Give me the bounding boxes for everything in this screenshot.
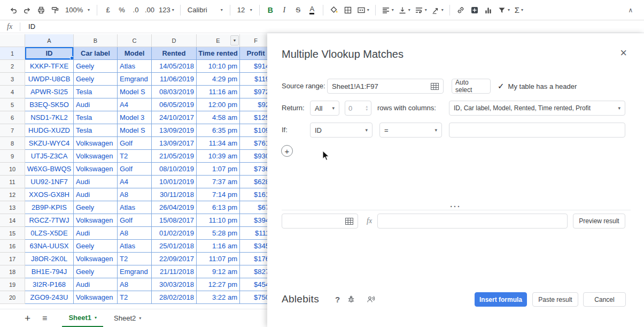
cancel-button[interactable]: Cancel xyxy=(583,292,626,307)
decrease-decimal-button[interactable]: .0 xyxy=(129,3,143,17)
cell-C8[interactable]: Golf xyxy=(118,137,152,150)
borders-button[interactable] xyxy=(341,3,355,17)
cell-C19[interactable]: A8 xyxy=(118,278,152,291)
cell-E17[interactable]: 11:07 pm xyxy=(197,253,240,265)
cell-A15[interactable]: 0LZS-X5DE xyxy=(25,227,74,240)
cell-E11[interactable]: 7:37 am xyxy=(197,176,240,188)
cell-F17[interactable]: $176 xyxy=(240,253,270,265)
cell-E18[interactable]: 9:12 am xyxy=(197,265,240,278)
text-wrap-button[interactable]: ▾ xyxy=(413,3,429,17)
cell-D17[interactable]: 22/09/2017 xyxy=(152,253,197,265)
cell-B12[interactable]: Audi xyxy=(74,188,118,201)
cell-F5[interactable]: $92 xyxy=(240,98,270,111)
cell-D5[interactable]: 06/05/2019 xyxy=(152,98,197,111)
cell-E15[interactable]: 5:28 pm xyxy=(197,227,240,240)
cell-B4[interactable]: Tesla xyxy=(74,86,118,98)
cell-F7[interactable]: $109 xyxy=(240,124,270,137)
tab-dropdown-icon[interactable]: ▾ xyxy=(95,315,97,320)
cell-F12[interactable]: $161 xyxy=(240,188,270,201)
cell-F6[interactable]: $125 xyxy=(240,111,270,124)
return-count-stepper[interactable]: 0 ▴▾ xyxy=(345,101,371,116)
cell-F18[interactable]: $827 xyxy=(240,265,270,278)
cell-A4[interactable]: APWR-SI25 xyxy=(25,86,74,98)
column-header-A[interactable]: A xyxy=(25,34,74,47)
cell-C18[interactable]: Emgrand xyxy=(118,265,152,278)
cell-B11[interactable]: Audi xyxy=(74,176,118,188)
cell-F4[interactable]: $972 xyxy=(240,86,270,98)
cell-B20[interactable]: Volkswagen xyxy=(74,291,118,304)
cell-D2[interactable]: 14/05/2018 xyxy=(152,60,197,73)
row-number-12[interactable]: 12 xyxy=(0,188,25,201)
cell-B2[interactable]: Geely xyxy=(74,60,118,73)
row-number-17[interactable]: 17 xyxy=(0,253,25,265)
report-bug-button[interactable] xyxy=(347,295,355,306)
cell-B8[interactable]: Volkswagen xyxy=(74,137,118,150)
row-number-20[interactable]: 20 xyxy=(0,291,25,304)
cell-D14[interactable]: 15/08/2017 xyxy=(152,214,197,227)
column-dropdown-icon[interactable]: ▼ xyxy=(230,35,239,45)
functions-button[interactable]: Σ ▾ xyxy=(512,3,526,17)
condition-value-input[interactable] xyxy=(449,123,625,138)
result-formula-input[interactable] xyxy=(377,214,568,229)
column-header-D[interactable]: D xyxy=(152,34,197,47)
row-number-2[interactable]: 2 xyxy=(0,60,25,73)
cell-A20[interactable]: ZGO9-243U xyxy=(25,291,74,304)
cell-C13[interactable]: Atlas xyxy=(118,201,152,214)
column-header-F[interactable]: F xyxy=(240,34,270,47)
row-number-14[interactable]: 14 xyxy=(0,214,25,227)
cell-C4[interactable]: Model S xyxy=(118,86,152,98)
cell-B15[interactable]: Audi xyxy=(74,227,118,240)
row-number-8[interactable]: 8 xyxy=(0,137,25,150)
cell-C15[interactable]: A8 xyxy=(118,227,152,240)
cell-E2[interactable]: 10:10 pm xyxy=(197,60,240,73)
feedback-button[interactable] xyxy=(366,295,376,306)
bold-button[interactable]: B xyxy=(263,3,277,17)
cell-D16[interactable]: 25/01/2018 xyxy=(152,240,197,253)
cell-D10[interactable]: 08/10/2019 xyxy=(152,163,197,176)
cell-F9[interactable]: $930 xyxy=(240,150,270,163)
text-color-button[interactable]: A xyxy=(305,3,319,17)
cell-C20[interactable]: T2 xyxy=(118,291,152,304)
cell-E3[interactable]: 4:29 pm xyxy=(197,73,240,86)
filter-button[interactable]: ▾ xyxy=(495,3,512,17)
cell-A1[interactable]: ID xyxy=(25,47,74,60)
cell-D15[interactable]: 01/02/2019 xyxy=(152,227,197,240)
format-currency-button[interactable]: £ xyxy=(101,3,115,17)
cell-A6[interactable]: NSD1-7KL2 xyxy=(25,111,74,124)
cell-B6[interactable]: Tesla xyxy=(74,111,118,124)
cell-C6[interactable]: Model 3 xyxy=(118,111,152,124)
row-number-11[interactable]: 11 xyxy=(0,176,25,188)
return-mode-dropdown[interactable]: All ▾ xyxy=(310,101,339,116)
row-number-1[interactable]: 1 xyxy=(0,47,25,60)
cell-A12[interactable]: XXOS-GX8H xyxy=(25,188,74,201)
add-condition-button[interactable]: + xyxy=(281,145,293,157)
row-number-5[interactable]: 5 xyxy=(0,98,25,111)
cell-F3[interactable]: $119 xyxy=(240,73,270,86)
cell-E13[interactable]: 6:13 pm xyxy=(197,201,240,214)
cell-E5[interactable]: 12:00 pm xyxy=(197,98,240,111)
select-range-icon[interactable] xyxy=(431,83,439,90)
tab-sheet1[interactable]: Sheet1 ▾ xyxy=(62,309,103,327)
cell-E6[interactable]: 4:58 am xyxy=(197,111,240,124)
add-sheet-button[interactable]: + xyxy=(25,313,30,324)
row-number-6[interactable]: 6 xyxy=(0,111,25,124)
close-icon[interactable]: × xyxy=(620,47,627,59)
font-size-select[interactable]: 12 ▾ xyxy=(234,3,255,17)
cell-B5[interactable]: Audi xyxy=(74,98,118,111)
cell-A16[interactable]: 63NA-UUSX xyxy=(25,240,74,253)
cell-A17[interactable]: J8OR-2K0L xyxy=(25,253,74,265)
row-number-13[interactable]: 13 xyxy=(0,201,25,214)
result-range-input[interactable] xyxy=(282,214,358,229)
row-number-19[interactable]: 19 xyxy=(0,278,25,291)
increase-decimal-button[interactable]: .00 xyxy=(143,3,157,17)
cell-D12[interactable]: 30/11/2018 xyxy=(152,188,197,201)
undo-button[interactable] xyxy=(6,3,20,17)
all-sheets-menu-icon[interactable]: ≡ xyxy=(42,314,47,323)
row-number-16[interactable]: 16 xyxy=(0,240,25,253)
font-select[interactable]: Calibri ▾ xyxy=(184,3,226,17)
cell-D4[interactable]: 08/03/2019 xyxy=(152,86,197,98)
cell-E7[interactable]: 6:35 pm xyxy=(197,124,240,137)
cell-F8[interactable]: $761 xyxy=(240,137,270,150)
cell-B17[interactable]: Volkswagen xyxy=(74,253,118,265)
cell-D3[interactable]: 11/06/2019 xyxy=(152,73,197,86)
